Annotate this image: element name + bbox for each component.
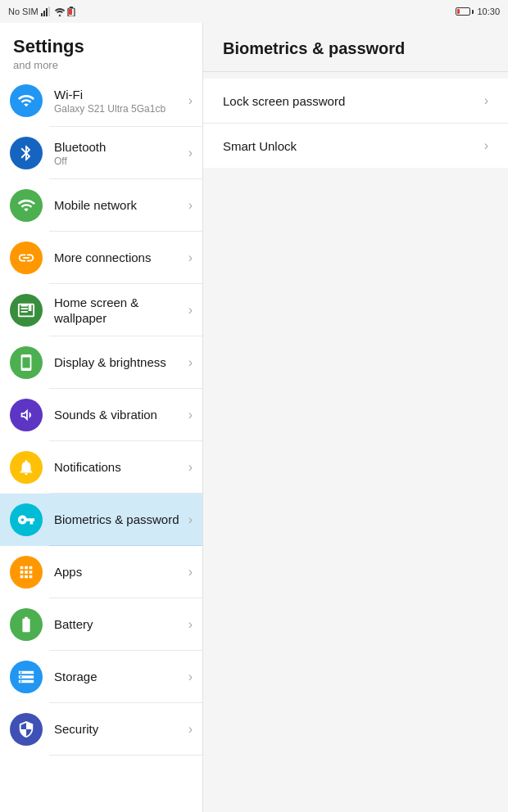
display-icon [17,354,35,372]
svg-rect-5 [70,7,73,8]
notification-icon [17,458,35,476]
sidebar-item-wifi[interactable]: Wi-Fi Galaxy S21 Ultra 5Ga1cb › [0,74,202,127]
security-chevron: › [188,722,193,737]
storage-label: Storage [54,669,185,685]
sidebar-item-storage[interactable]: Storage › [0,651,202,703]
notifications-content: Notifications [54,459,185,476]
biometrics-content: Biometrics & password [54,512,185,528]
sounds-label: Sounds & vibration [54,407,185,423]
more-connections-icon-circle [10,241,43,274]
sounds-icon-circle [10,399,43,431]
notifications-icon-circle [10,451,43,484]
no-sim-text: No SIM [8,7,39,16]
bluetooth-item-content: Bluetooth Off [54,139,185,168]
apps-icon-circle [10,556,43,589]
security-label: Security [54,721,185,738]
apps-icon [17,563,35,581]
sidebar-title: Settings [13,36,189,57]
battery-chevron: › [188,617,193,632]
panel-item-smart-unlock[interactable]: Smart Unlock › [203,124,508,168]
biometrics-icon-circle [10,503,43,536]
wifi-chevron: › [188,93,193,108]
apps-chevron: › [188,565,193,580]
more-connections-chevron: › [188,250,193,265]
storage-content: Storage [54,669,185,685]
wifi-status-icon [55,7,65,16]
panel-item-lock-screen-password[interactable]: Lock screen password › [203,79,508,124]
wifi-item-content: Wi-Fi Galaxy S21 Ultra 5Ga1cb [54,87,185,115]
apps-content: Apps [54,564,185,580]
key-icon [17,511,35,529]
sidebar-item-battery[interactable]: Battery › [0,598,202,651]
svg-rect-1 [43,11,45,16]
mobile-network-label: Mobile network [54,197,185,214]
main-container: Settings and more Wi-Fi Galaxy S21 Ultra… [0,23,508,812]
sidebar-item-display[interactable]: Display & brightness › [0,336,202,389]
sidebar-item-mobile-network[interactable]: Mobile network › [0,179,202,232]
home-screen-icon-circle [10,294,43,327]
right-panel: Biometrics & password Lock screen passwo… [203,23,508,812]
home-screen-content: Home screen & wallpaper [54,295,185,327]
more-connections-content: More connections [54,250,185,266]
notifications-label: Notifications [54,459,185,476]
storage-icon [17,668,35,686]
wifi-label: Wi-Fi [54,87,185,103]
sidebar-item-sounds[interactable]: Sounds & vibration › [0,389,202,441]
lock-screen-chevron: › [484,93,488,108]
svg-rect-2 [46,8,48,16]
bluetooth-label: Bluetooth [54,139,185,156]
signal-icon [41,7,52,16]
panel-list: Lock screen password › Smart Unlock › [203,79,508,168]
time-display: 10:30 [477,7,500,16]
sidebar-item-more-connections[interactable]: More connections › [0,232,202,284]
mobile-network-icon-circle [10,189,43,222]
smart-unlock-chevron: › [484,138,488,153]
mobile-network-chevron: › [188,198,193,213]
mobile-network-icon [17,196,35,214]
sound-icon [17,406,35,424]
sidebar-item-bluetooth[interactable]: Bluetooth Off › [0,127,202,179]
battery-settings-icon [17,616,35,634]
security-icon-circle [10,713,43,746]
sounds-chevron: › [188,408,193,422]
home-screen-chevron: › [188,303,193,318]
bluetooth-chevron: › [188,146,193,160]
sidebar-item-apps[interactable]: Apps › [0,546,202,598]
display-label: Display & brightness [54,354,185,371]
wifi-icon-circle [10,84,43,117]
biometrics-label: Biometrics & password [54,512,185,528]
lock-screen-password-label: Lock screen password [223,94,345,108]
svg-rect-0 [41,13,43,16]
link-icon [17,249,35,267]
battery-icon [456,7,474,16]
sounds-content: Sounds & vibration [54,407,185,423]
sidebar-item-security[interactable]: Security › [0,703,202,756]
bluetooth-icon [17,144,35,162]
status-bar: No SIM 10:30 [0,0,508,23]
battery-small-icon [67,7,75,16]
mobile-network-content: Mobile network [54,197,185,214]
biometrics-chevron: › [188,512,193,527]
wifi-icon [17,92,35,110]
svg-rect-6 [69,9,72,15]
home-screen-icon [17,301,35,319]
home-screen-label: Home screen & wallpaper [54,295,185,327]
bluetooth-icon-circle [10,137,43,169]
display-chevron: › [188,355,193,370]
sidebar-item-home-screen[interactable]: Home screen & wallpaper › [0,284,202,336]
storage-chevron: › [188,670,193,684]
sidebar-item-notifications[interactable]: Notifications › [0,441,202,494]
sidebar-header: Settings and more [0,23,202,74]
status-right: 10:30 [456,7,500,16]
sidebar-item-biometrics[interactable]: Biometrics & password › [0,494,202,546]
security-content: Security [54,721,185,738]
battery-content: Battery [54,616,185,633]
sidebar: Settings and more Wi-Fi Galaxy S21 Ultra… [0,23,203,812]
battery-icon-circle [10,608,43,641]
panel-header: Biometrics & password [203,23,508,72]
smart-unlock-label: Smart Unlock [223,139,297,153]
display-icon-circle [10,346,43,379]
svg-rect-3 [48,7,50,16]
display-content: Display & brightness [54,354,185,371]
security-icon [17,720,35,738]
